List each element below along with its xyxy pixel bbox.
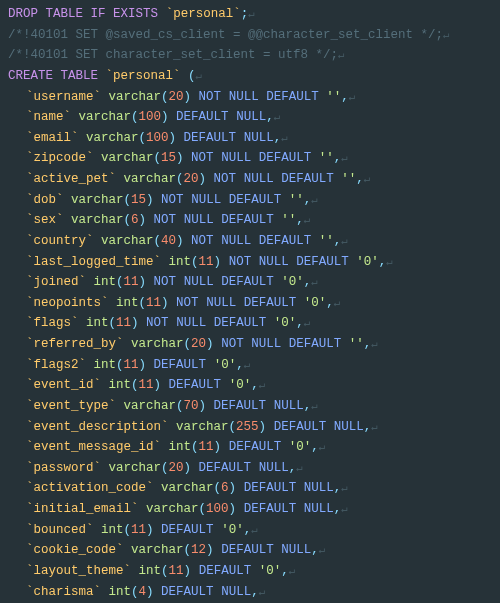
eol-icon: ↵ <box>244 359 251 371</box>
token: DEFAULT <box>199 461 252 475</box>
token: DEFAULT <box>161 523 214 537</box>
token: ( <box>229 420 237 434</box>
token: '0' <box>221 523 244 537</box>
eol-icon: ↵ <box>371 338 378 350</box>
identifier: `personal` <box>166 7 241 21</box>
code-line: `password` varchar(20) DEFAULT NULL,↵ <box>8 458 492 479</box>
token: DEFAULT <box>259 234 312 248</box>
token: NULL <box>244 172 274 186</box>
token: NOT <box>191 234 214 248</box>
token: 20 <box>191 337 206 351</box>
token: DEFAULT <box>281 172 334 186</box>
token: DEFAULT <box>221 543 274 557</box>
column-name: `referred_by` <box>26 337 124 351</box>
eol-icon: ↵ <box>334 297 341 309</box>
eol-icon: ↵ <box>251 524 258 536</box>
token: ( <box>161 90 169 104</box>
token: varchar <box>79 110 132 124</box>
eol-icon: ↵ <box>341 152 348 164</box>
code-line: `name` varchar(100) DEFAULT NULL,↵ <box>8 107 492 128</box>
token: ) <box>131 316 139 330</box>
column-name: `active_pet` <box>26 172 116 186</box>
token: DEFAULT <box>296 255 349 269</box>
token: DEFAULT <box>221 275 274 289</box>
token: ( <box>116 275 124 289</box>
token: ( <box>109 316 117 330</box>
token: ) <box>214 440 222 454</box>
eol-icon: ↵ <box>311 194 318 206</box>
eol-icon: ↵ <box>349 91 356 103</box>
token: ( <box>131 110 139 124</box>
token: NOT <box>191 151 214 165</box>
token: DEFAULT <box>289 337 342 351</box>
token: ) <box>259 420 267 434</box>
code-line: `flags` int(11) NOT NULL DEFAULT '0',↵ <box>8 313 492 334</box>
column-name: `neopoints` <box>26 296 109 310</box>
code-line: `joined` int(11) NOT NULL DEFAULT '0',↵ <box>8 272 492 293</box>
punct: ( <box>188 69 196 83</box>
code-line: `event_id` int(11) DEFAULT '0',↵ <box>8 375 492 396</box>
eol-icon: ↵ <box>341 503 348 515</box>
token: ( <box>154 234 162 248</box>
column-name: `password` <box>26 461 101 475</box>
token: , <box>341 90 349 104</box>
token: int <box>109 585 132 599</box>
token: NULL <box>244 131 274 145</box>
token: NULL <box>251 337 281 351</box>
token: varchar <box>146 502 199 516</box>
token: 11 <box>131 523 146 537</box>
token: NOT <box>161 193 184 207</box>
token: 100 <box>146 131 169 145</box>
token: ( <box>176 399 184 413</box>
code-line: `active_pet` varchar(20) NOT NULL DEFAUL… <box>8 169 492 190</box>
column-name: `last_logged_time` <box>26 255 161 269</box>
token: ) <box>206 337 214 351</box>
code-line: DROP TABLE IF EXISTS `personal`;↵ <box>8 4 492 25</box>
token: 11 <box>169 564 184 578</box>
token: ( <box>124 193 132 207</box>
token: ) <box>139 213 147 227</box>
comment: /*!40101 SET @saved_cs_client = @@charac… <box>8 28 443 42</box>
token: varchar <box>161 481 214 495</box>
column-name: `email` <box>26 131 79 145</box>
token: int <box>169 440 192 454</box>
token: ) <box>184 90 192 104</box>
token: ) <box>139 358 147 372</box>
keyword: TABLE <box>46 7 84 21</box>
token: NOT <box>154 275 177 289</box>
token: int <box>139 564 162 578</box>
eol-icon: ↵ <box>311 400 318 412</box>
token: , <box>326 296 334 310</box>
token: ( <box>214 481 222 495</box>
code-line: `dob` varchar(15) NOT NULL DEFAULT '',↵ <box>8 190 492 211</box>
code-line: `email` varchar(100) DEFAULT NULL,↵ <box>8 128 492 149</box>
token: NULL <box>304 481 334 495</box>
column-name: `flags2` <box>26 358 86 372</box>
token: varchar <box>176 420 229 434</box>
token: '0' <box>356 255 379 269</box>
token: NULL <box>221 234 251 248</box>
columns: `username` varchar(20) NOT NULL DEFAULT … <box>8 87 492 603</box>
token: , <box>251 585 259 599</box>
token: varchar <box>131 337 184 351</box>
token: 255 <box>236 420 259 434</box>
token: ) <box>139 275 147 289</box>
code-line: `country` varchar(40) NOT NULL DEFAULT '… <box>8 231 492 252</box>
token: 20 <box>184 172 199 186</box>
token: ) <box>229 502 237 516</box>
token: varchar <box>124 399 177 413</box>
token: , <box>311 440 319 454</box>
token: DEFAULT <box>176 110 229 124</box>
token: NULL <box>259 255 289 269</box>
token: ( <box>139 296 147 310</box>
eol-icon: ↵ <box>259 586 266 598</box>
token: varchar <box>101 234 154 248</box>
code-line: /*!40101 SET character_set_client = utf8… <box>8 45 492 66</box>
token: NULL <box>184 213 214 227</box>
token: '0' <box>289 440 312 454</box>
token: NOT <box>146 316 169 330</box>
token: ( <box>176 172 184 186</box>
code-line: `last_logged_time` int(11) NOT NULL DEFA… <box>8 252 492 273</box>
token: NULL <box>176 316 206 330</box>
token: , <box>251 378 259 392</box>
